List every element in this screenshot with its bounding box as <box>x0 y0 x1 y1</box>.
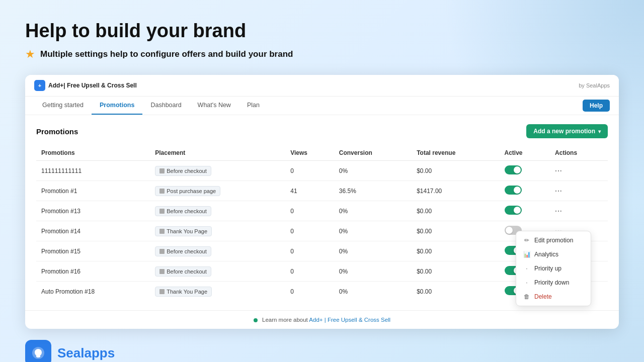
promo-conversion: 0% <box>334 221 412 241</box>
col-actions: Actions <box>550 145 608 161</box>
nav-tabs: Getting started Promotions Dashboard Wha… <box>34 97 268 115</box>
app-logo: + <box>34 80 45 91</box>
dropdown-analytics[interactable]: 📊 Analytics <box>516 247 591 261</box>
footer-dot-icon <box>254 318 258 322</box>
promo-placement: Before checkout <box>150 161 285 181</box>
delete-icon: 🗑 <box>523 293 530 300</box>
placement-badge: Post purchase page <box>155 186 220 196</box>
promo-actions[interactable]: ··· <box>550 201 608 221</box>
promo-name: Promotion #13 <box>36 201 150 221</box>
bottom-brand: Sealapps <box>25 340 619 362</box>
table-row: Promotion #13Before checkout00%$0.00··· <box>36 201 608 221</box>
promo-name: Promotion #15 <box>36 241 150 261</box>
dropdown-priority-up[interactable]: · Priority up <box>516 261 591 276</box>
promo-conversion: 0% <box>334 261 412 282</box>
dropdown-priority-down[interactable]: · Priority down <box>516 276 591 290</box>
promo-actions[interactable]: ··· <box>550 161 608 181</box>
actions-menu-button[interactable]: ··· <box>555 187 562 195</box>
promo-views: 0 <box>285 221 334 241</box>
edit-icon: ✏ <box>523 237 530 244</box>
chevron-down-icon: ▾ <box>598 129 601 134</box>
placement-badge: Before checkout <box>155 246 211 256</box>
dropdown-delete[interactable]: 🗑 Delete <box>516 290 591 304</box>
table-row: Promotion #1Post purchase page4136.5%$14… <box>36 181 608 201</box>
placement-icon <box>159 168 165 173</box>
actions-dropdown: ✏ Edit promotion 📊 Analytics · Priority … <box>516 231 591 306</box>
promo-conversion: 0% <box>334 241 412 261</box>
footer-link[interactable]: Add+ | Free Upsell & Cross Sell <box>309 317 390 323</box>
placement-icon <box>159 249 165 254</box>
tab-promotions[interactable]: Promotions <box>92 97 142 115</box>
actions-menu-button[interactable]: ··· <box>555 207 562 215</box>
analytics-icon: 📊 <box>523 251 530 258</box>
promo-active[interactable] <box>500 201 550 221</box>
promo-actions[interactable]: ··· <box>550 181 608 201</box>
actions-menu-button[interactable]: ··· <box>555 167 562 175</box>
promo-active[interactable] <box>500 181 550 201</box>
by-label: by SealApps <box>579 82 610 88</box>
col-active: Active <box>500 145 550 161</box>
priority-up-icon: · <box>523 265 530 272</box>
promo-name: Auto Promotion #18 <box>36 282 150 302</box>
promo-revenue: $0.00 <box>412 261 499 282</box>
promotions-section-title: Promotions <box>36 127 78 136</box>
svg-rect-1 <box>37 356 40 357</box>
promo-views: 0 <box>285 201 334 221</box>
placement-icon <box>159 289 165 294</box>
tab-plan[interactable]: Plan <box>239 97 268 115</box>
placement-badge: Before checkout <box>155 206 211 216</box>
promo-placement: Before checkout <box>150 261 285 282</box>
placement-icon <box>159 189 165 194</box>
promo-revenue: $0.00 <box>412 161 499 181</box>
placement-icon <box>159 209 165 214</box>
placement-badge: Thank You Page <box>155 287 212 297</box>
help-button[interactable]: Help <box>583 100 610 112</box>
active-toggle[interactable] <box>505 165 522 174</box>
promo-conversion: 0% <box>334 201 412 221</box>
tab-getting-started[interactable]: Getting started <box>34 97 92 115</box>
dropdown-edit[interactable]: ✏ Edit promotion <box>516 233 591 247</box>
promotions-header: Promotions Add a new promotion ▾ <box>36 124 608 138</box>
priority-down-icon: · <box>523 279 530 286</box>
col-placement: Placement <box>150 145 285 161</box>
page-subtitle: Multiple settings help to configure offe… <box>40 49 293 59</box>
table-row: 111111111111Before checkout00%$0.00··· <box>36 161 608 181</box>
app-topbar: + Add+| Free Upsell & Cross Sell by Seal… <box>25 75 619 97</box>
app-name: Add+| Free Upsell & Cross Sell <box>48 82 137 89</box>
col-revenue: Total revenue <box>412 145 499 161</box>
promo-revenue: $0.00 <box>412 282 499 302</box>
promo-views: 0 <box>285 161 334 181</box>
promo-revenue: $0.00 <box>412 201 499 221</box>
add-promotion-button[interactable]: Add a new promotion ▾ <box>526 124 608 138</box>
promo-conversion: 0% <box>334 282 412 302</box>
app-window: + Add+| Free Upsell & Cross Sell by Seal… <box>25 75 619 329</box>
promo-name: Promotion #14 <box>36 221 150 241</box>
page-title: Help to build your brand <box>25 20 619 42</box>
promo-placement: Thank You Page <box>150 282 285 302</box>
app-brand: + Add+| Free Upsell & Cross Sell <box>34 80 137 91</box>
promo-name: 111111111111 <box>36 161 150 181</box>
placement-badge: Before checkout <box>155 166 211 176</box>
bottom-brand-name: Sealapps <box>57 345 115 361</box>
promo-name: Promotion #16 <box>36 261 150 282</box>
active-toggle[interactable] <box>505 206 522 215</box>
placement-icon <box>159 269 165 274</box>
promo-placement: Post purchase page <box>150 181 285 201</box>
tab-dashboard[interactable]: Dashboard <box>142 97 189 115</box>
promo-conversion: 0% <box>334 161 412 181</box>
promo-views: 0 <box>285 241 334 261</box>
promo-active[interactable] <box>500 161 550 181</box>
promo-placement: Thank You Page <box>150 221 285 241</box>
star-icon: ★ <box>25 48 35 61</box>
col-conversion: Conversion <box>334 145 412 161</box>
placement-icon <box>159 229 165 234</box>
placement-badge: Thank You Page <box>155 226 212 236</box>
promo-views: 0 <box>285 282 334 302</box>
col-promotions: Promotions <box>36 145 150 161</box>
app-footer: Learn more about Add+ | Free Upsell & Cr… <box>25 310 619 329</box>
tab-whats-new[interactable]: What's New <box>190 97 239 115</box>
promo-placement: Before checkout <box>150 241 285 261</box>
footer-text: Learn more about <box>262 317 309 323</box>
col-views: Views <box>285 145 334 161</box>
active-toggle[interactable] <box>505 186 522 195</box>
